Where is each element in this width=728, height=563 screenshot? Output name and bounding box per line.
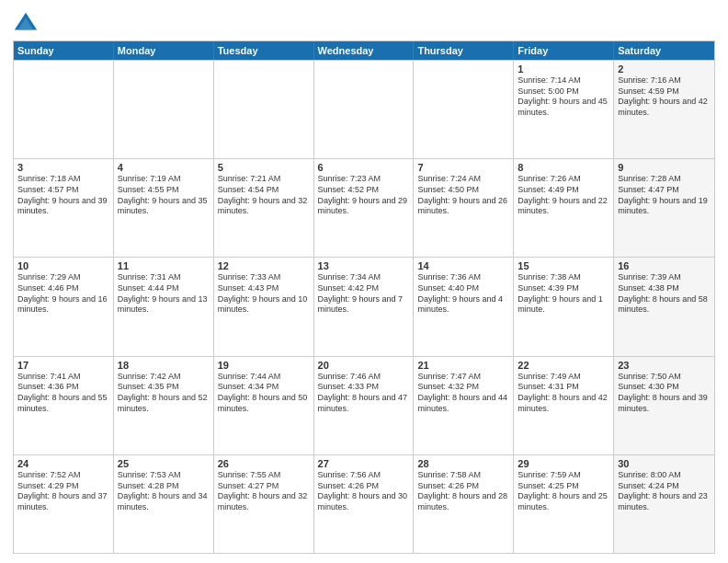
calendar-cell: 29Sunrise: 7:59 AM Sunset: 4:25 PM Dayli… xyxy=(514,455,614,553)
calendar-row: 1Sunrise: 7:14 AM Sunset: 5:00 PM Daylig… xyxy=(14,60,714,158)
day-number: 10 xyxy=(17,260,109,271)
logo xyxy=(13,9,42,35)
calendar-cell: 11Sunrise: 7:31 AM Sunset: 4:44 PM Dayli… xyxy=(114,258,214,355)
calendar-cell: 6Sunrise: 7:23 AM Sunset: 4:52 PM Daylig… xyxy=(314,159,415,257)
cell-info: Sunrise: 7:44 AM Sunset: 4:34 PM Dayligh… xyxy=(218,372,310,415)
cell-info: Sunrise: 7:24 AM Sunset: 4:50 PM Dayligh… xyxy=(417,174,509,217)
cell-info: Sunrise: 7:16 AM Sunset: 4:59 PM Dayligh… xyxy=(618,75,711,119)
calendar-cell xyxy=(14,61,114,158)
cell-info: Sunrise: 7:28 AM Sunset: 4:47 PM Dayligh… xyxy=(618,174,711,217)
calendar-cell: 1Sunrise: 7:14 AM Sunset: 5:00 PM Daylig… xyxy=(514,61,614,158)
cell-info: Sunrise: 7:53 AM Sunset: 4:28 PM Dayligh… xyxy=(118,470,210,513)
cell-info: Sunrise: 7:31 AM Sunset: 4:44 PM Dayligh… xyxy=(118,272,210,316)
weekday-header: Tuesday xyxy=(214,41,314,60)
day-number: 28 xyxy=(417,458,509,469)
calendar-cell xyxy=(214,61,314,158)
calendar-cell: 18Sunrise: 7:42 AM Sunset: 4:35 PM Dayli… xyxy=(114,357,214,454)
weekday-header: Saturday xyxy=(614,41,714,60)
cell-info: Sunrise: 7:50 AM Sunset: 4:30 PM Dayligh… xyxy=(618,372,711,415)
header xyxy=(13,9,715,35)
day-number: 11 xyxy=(118,260,210,271)
cell-info: Sunrise: 7:34 AM Sunset: 4:42 PM Dayligh… xyxy=(318,272,410,316)
day-number: 25 xyxy=(118,458,210,469)
weekday-header: Monday xyxy=(114,41,214,60)
calendar-cell: 4Sunrise: 7:19 AM Sunset: 4:55 PM Daylig… xyxy=(114,159,214,257)
calendar-row: 10Sunrise: 7:29 AM Sunset: 4:46 PM Dayli… xyxy=(14,257,714,355)
calendar-cell: 20Sunrise: 7:46 AM Sunset: 4:33 PM Dayli… xyxy=(314,357,415,454)
cell-info: Sunrise: 7:23 AM Sunset: 4:52 PM Dayligh… xyxy=(318,174,410,217)
weekday-header: Friday xyxy=(514,41,614,60)
calendar-cell: 24Sunrise: 7:52 AM Sunset: 4:29 PM Dayli… xyxy=(14,455,114,553)
day-number: 21 xyxy=(417,360,509,371)
calendar-cell: 14Sunrise: 7:36 AM Sunset: 4:40 PM Dayli… xyxy=(414,258,514,355)
cell-info: Sunrise: 7:39 AM Sunset: 4:38 PM Dayligh… xyxy=(618,272,711,316)
logo-icon xyxy=(13,9,39,35)
calendar-cell xyxy=(414,61,514,158)
calendar-cell: 25Sunrise: 7:53 AM Sunset: 4:28 PM Dayli… xyxy=(114,455,214,553)
calendar-cell: 9Sunrise: 7:28 AM Sunset: 4:47 PM Daylig… xyxy=(614,159,714,257)
weekday-header: Sunday xyxy=(14,41,114,60)
day-number: 14 xyxy=(417,260,509,271)
page: SundayMondayTuesdayWednesdayThursdayFrid… xyxy=(0,0,728,563)
cell-info: Sunrise: 7:36 AM Sunset: 4:40 PM Dayligh… xyxy=(417,272,509,316)
cell-info: Sunrise: 7:41 AM Sunset: 4:36 PM Dayligh… xyxy=(17,372,109,415)
day-number: 18 xyxy=(118,360,210,371)
calendar-cell: 27Sunrise: 7:56 AM Sunset: 4:26 PM Dayli… xyxy=(314,455,415,553)
cell-info: Sunrise: 7:14 AM Sunset: 5:00 PM Dayligh… xyxy=(518,75,609,119)
day-number: 16 xyxy=(618,260,711,271)
day-number: 20 xyxy=(318,360,410,371)
calendar-row: 17Sunrise: 7:41 AM Sunset: 4:36 PM Dayli… xyxy=(14,356,714,454)
calendar-cell: 22Sunrise: 7:49 AM Sunset: 4:31 PM Dayli… xyxy=(514,357,614,454)
day-number: 12 xyxy=(218,260,310,271)
cell-info: Sunrise: 7:26 AM Sunset: 4:49 PM Dayligh… xyxy=(518,174,609,217)
calendar-cell: 3Sunrise: 7:18 AM Sunset: 4:57 PM Daylig… xyxy=(14,159,114,257)
calendar-cell: 8Sunrise: 7:26 AM Sunset: 4:49 PM Daylig… xyxy=(514,159,614,257)
day-number: 3 xyxy=(17,162,109,173)
day-number: 5 xyxy=(218,162,310,173)
calendar-cell xyxy=(314,61,415,158)
calendar-cell: 16Sunrise: 7:39 AM Sunset: 4:38 PM Dayli… xyxy=(614,258,714,355)
day-number: 1 xyxy=(518,63,609,75)
cell-info: Sunrise: 7:59 AM Sunset: 4:25 PM Dayligh… xyxy=(518,470,609,513)
day-number: 24 xyxy=(17,458,109,469)
calendar-cell: 28Sunrise: 7:58 AM Sunset: 4:26 PM Dayli… xyxy=(414,455,514,553)
day-number: 7 xyxy=(417,162,509,173)
cell-info: Sunrise: 7:21 AM Sunset: 4:54 PM Dayligh… xyxy=(218,174,310,217)
day-number: 29 xyxy=(518,458,609,469)
cell-info: Sunrise: 7:49 AM Sunset: 4:31 PM Dayligh… xyxy=(518,372,609,415)
day-number: 22 xyxy=(518,360,609,371)
calendar-cell: 10Sunrise: 7:29 AM Sunset: 4:46 PM Dayli… xyxy=(14,258,114,355)
cell-info: Sunrise: 7:33 AM Sunset: 4:43 PM Dayligh… xyxy=(218,272,310,316)
cell-info: Sunrise: 7:18 AM Sunset: 4:57 PM Dayligh… xyxy=(17,174,109,217)
weekday-header: Thursday xyxy=(414,41,514,60)
calendar-cell: 5Sunrise: 7:21 AM Sunset: 4:54 PM Daylig… xyxy=(214,159,314,257)
weekday-header: Wednesday xyxy=(314,41,415,60)
day-number: 8 xyxy=(518,162,609,173)
calendar-cell: 15Sunrise: 7:38 AM Sunset: 4:39 PM Dayli… xyxy=(514,258,614,355)
calendar-cell: 12Sunrise: 7:33 AM Sunset: 4:43 PM Dayli… xyxy=(214,258,314,355)
calendar-cell: 19Sunrise: 7:44 AM Sunset: 4:34 PM Dayli… xyxy=(214,357,314,454)
calendar-cell: 13Sunrise: 7:34 AM Sunset: 4:42 PM Dayli… xyxy=(314,258,415,355)
cell-info: Sunrise: 7:46 AM Sunset: 4:33 PM Dayligh… xyxy=(318,372,410,415)
calendar-cell: 21Sunrise: 7:47 AM Sunset: 4:32 PM Dayli… xyxy=(414,357,514,454)
cell-info: Sunrise: 7:47 AM Sunset: 4:32 PM Dayligh… xyxy=(417,372,509,415)
cell-info: Sunrise: 7:58 AM Sunset: 4:26 PM Dayligh… xyxy=(417,470,509,513)
day-number: 13 xyxy=(318,260,410,271)
cell-info: Sunrise: 7:52 AM Sunset: 4:29 PM Dayligh… xyxy=(17,470,109,513)
cell-info: Sunrise: 7:42 AM Sunset: 4:35 PM Dayligh… xyxy=(118,372,210,415)
day-number: 4 xyxy=(118,162,210,173)
calendar-cell: 30Sunrise: 8:00 AM Sunset: 4:24 PM Dayli… xyxy=(614,455,714,553)
cell-info: Sunrise: 8:00 AM Sunset: 4:24 PM Dayligh… xyxy=(618,470,711,513)
calendar-header: SundayMondayTuesdayWednesdayThursdayFrid… xyxy=(14,41,714,60)
cell-info: Sunrise: 7:19 AM Sunset: 4:55 PM Dayligh… xyxy=(118,174,210,217)
day-number: 6 xyxy=(318,162,410,173)
calendar-cell: 23Sunrise: 7:50 AM Sunset: 4:30 PM Dayli… xyxy=(614,357,714,454)
cell-info: Sunrise: 7:38 AM Sunset: 4:39 PM Dayligh… xyxy=(518,272,609,316)
day-number: 23 xyxy=(618,360,711,371)
day-number: 19 xyxy=(218,360,310,371)
calendar-row: 3Sunrise: 7:18 AM Sunset: 4:57 PM Daylig… xyxy=(14,158,714,257)
day-number: 9 xyxy=(618,162,711,173)
cell-info: Sunrise: 7:55 AM Sunset: 4:27 PM Dayligh… xyxy=(218,470,310,513)
calendar-cell xyxy=(114,61,214,158)
day-number: 17 xyxy=(17,360,109,371)
